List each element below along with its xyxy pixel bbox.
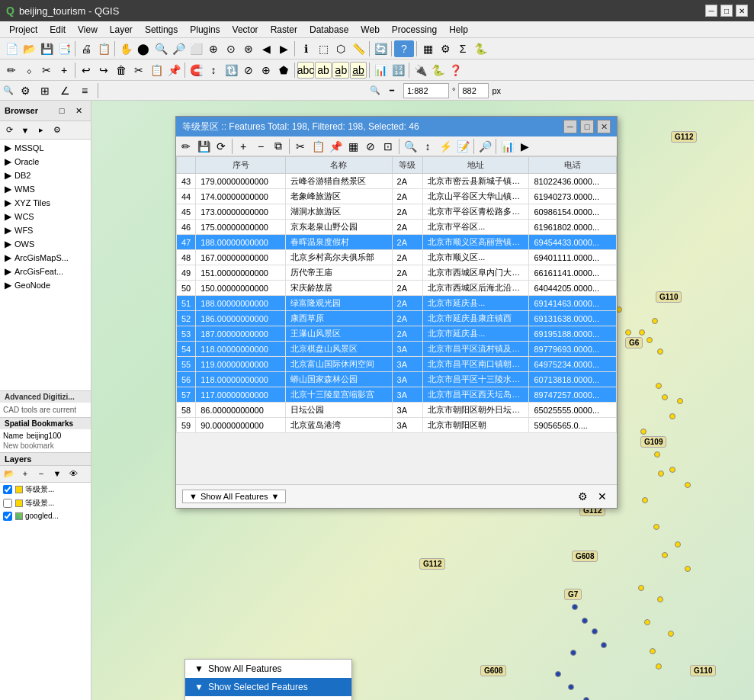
dialog-add-row-btn[interactable]: + [235, 138, 252, 155]
spatial-new-bookmark[interactable]: New bookmark [3, 442, 54, 450]
table-row[interactable]: 46 175.00000000000 京东老泉山野公园 2A 北京市平谷区...… [177, 220, 617, 235]
dropdown-item-all[interactable]: ▼ Show All Features [185, 660, 351, 678]
delete-btn[interactable]: 🗑 [113, 62, 130, 79]
browser-properties-btn[interactable]: ⚙ [50, 123, 65, 138]
filter-config-btn[interactable]: ⚙ [574, 488, 591, 505]
select-btn[interactable]: ⬚ [315, 40, 332, 57]
browser-item-xyz[interactable]: ▶ XYZ Tiles [2, 196, 89, 210]
field-calc-btn[interactable]: 🔢 [390, 62, 406, 79]
menu-raster[interactable]: Raster [265, 23, 303, 37]
refresh-btn[interactable]: 🔄 [372, 40, 389, 57]
maximize-btn[interactable]: □ [720, 5, 733, 17]
new-project-btn[interactable]: 📄 [3, 40, 20, 57]
zoom-in-btn[interactable]: 🔍 [152, 40, 169, 57]
layer-checkbox-2[interactable] [3, 512, 12, 521]
table-row[interactable]: 58 86.00000000000 日坛公园 3A 北京市朝阳区朝外日坛北路6号… [177, 403, 617, 418]
browser-filter-btn[interactable]: ▼ [18, 123, 33, 138]
dialog-dup-row-btn[interactable]: ⧉ [270, 138, 287, 155]
browser-item-wms[interactable]: ▶ WMS [2, 182, 89, 196]
ruler-btn[interactable]: ━ [383, 82, 400, 99]
open-project-btn[interactable]: 📂 [21, 40, 37, 57]
help2-btn[interactable]: ❓ [447, 62, 464, 79]
undo-btn[interactable]: ↩ [78, 62, 95, 79]
table-row[interactable]: 47 188.00000000000 春晖温泉度假村 2A 北京市顺义区高丽营镇… [177, 235, 617, 250]
menu-help[interactable]: Help [443, 23, 474, 37]
python-btn[interactable]: 🐍 [472, 40, 489, 57]
browser-undock-btn[interactable]: □ [54, 103, 69, 118]
reshape-btn[interactable]: ⬟ [275, 62, 292, 79]
dialog-invert-sel-btn[interactable]: ⊘ [362, 138, 379, 155]
plugins2-btn[interactable]: 🔌 [412, 62, 428, 79]
menu-vector[interactable]: Vector [226, 23, 265, 37]
browser-item-mssql[interactable]: ▶ MSSQL [2, 141, 89, 155]
menu-web[interactable]: Web [355, 23, 385, 37]
menu-processing[interactable]: Processing [386, 23, 443, 37]
table-row[interactable]: 54 118.00000000000 北京棋盘山风景区 3A 北京市昌平区流村镇… [177, 342, 617, 357]
browser-close-btn[interactable]: ✕ [71, 103, 86, 118]
dialog-deselect-btn[interactable]: ⊡ [380, 138, 396, 155]
menu-view[interactable]: View [72, 23, 104, 37]
cut-btn[interactable]: ✂ [130, 62, 147, 79]
label-btn[interactable]: abc [297, 62, 314, 79]
menu-settings[interactable]: Settings [139, 23, 184, 37]
browser-item-oracle[interactable]: ▶ Oracle [2, 155, 89, 169]
table-row[interactable]: 52 186.00000000000 康西草原 2A 北京市延庆县康庄镇西 69… [177, 311, 617, 326]
layers-add-btn[interactable]: + [18, 466, 33, 481]
zoom-layer-btn[interactable]: ⊛ [240, 40, 257, 57]
layer-order-btn[interactable]: ≡ [76, 82, 93, 99]
minimize-btn[interactable]: ─ [705, 5, 717, 17]
pan-btn[interactable]: ✋ [117, 40, 134, 57]
close-btn[interactable]: ✕ [736, 5, 748, 17]
dialog-open-form-btn[interactable]: 📝 [454, 138, 471, 155]
identify-btn[interactable]: ℹ [297, 40, 314, 57]
label2-btn[interactable]: ab [315, 62, 332, 79]
table-row[interactable]: 44 174.00000000000 老象峰旅游区 2A 北京山平谷区大华山镇小… [177, 189, 617, 204]
rotate-btn[interactable]: 🔃 [223, 62, 239, 79]
python2-btn[interactable]: 🐍 [429, 62, 446, 79]
angle-btn[interactable]: ∠ [56, 82, 73, 99]
dialog-copy-btn[interactable]: 📋 [310, 138, 326, 155]
pan-map-btn[interactable]: ⬤ [135, 40, 152, 57]
rotation-input[interactable] [403, 83, 449, 98]
redo-btn[interactable]: ↪ [95, 62, 112, 79]
dialog-minimize-btn[interactable]: ─ [563, 120, 577, 133]
dialog-reload-btn[interactable]: ⟳ [213, 138, 229, 155]
save-as-btn[interactable]: 📑 [56, 40, 72, 57]
measure-btn[interactable]: 📏 [350, 40, 367, 57]
browser-item-wfs[interactable]: ▶ WFS [2, 223, 89, 237]
print-btn[interactable]: 🖨 [78, 40, 95, 57]
browser-item-ows[interactable]: ▶ OWS [2, 237, 89, 251]
filter-dropdown[interactable]: ▼ Show All Features ▼ [182, 490, 286, 503]
dialog-maximize-btn[interactable]: □ [580, 120, 594, 133]
layers-visibility-btn[interactable]: 👁 [66, 466, 81, 481]
browser-collapse-btn[interactable]: ▸ [34, 123, 49, 138]
menu-database[interactable]: Database [303, 23, 355, 37]
layer-checkbox-0[interactable] [3, 485, 12, 494]
col-header-tel[interactable]: 电话 [529, 157, 617, 174]
table-row[interactable]: 51 188.00000000000 绿富隆观光园 2A 北京市延庆县... 6… [177, 296, 617, 311]
table-row[interactable]: 59 90.00000000000 北京蓝岛港湾 3A 北京市朝阳区朝 5905… [177, 418, 617, 433]
zoom-rubber-btn[interactable]: ⬜ [188, 40, 204, 57]
browser-item-db2[interactable]: ▶ DB2 [2, 169, 89, 182]
layer-item-1[interactable]: 等级景... [0, 496, 91, 510]
label4-btn[interactable]: ab [350, 62, 367, 79]
copy-btn[interactable]: 📋 [148, 62, 165, 79]
dropdown-item-visible[interactable]: ▼ Show Features Visible On Map [185, 696, 351, 700]
grid-btn[interactable]: ⊞ [37, 82, 53, 99]
digitize-btn[interactable]: ✏ [3, 62, 20, 79]
table-row[interactable]: 49 151.00000000000 历代帝王庙 2A 北京市西城区阜内门大街1… [177, 265, 617, 281]
dialog-toggle-edit-btn[interactable]: ✏ [178, 138, 194, 155]
merge-btn[interactable]: ⊕ [258, 62, 274, 79]
col-header-addr[interactable]: 地址 [423, 157, 529, 174]
table-row[interactable]: 48 167.00000000000 北京乡村高尔夫俱乐部 2A 北京市顺义区.… [177, 250, 617, 265]
table-row[interactable]: 57 117.00000000000 北京十三陵皇宫缩影宫 3A 北京市昌平区西… [177, 387, 617, 403]
snap-config-btn[interactable]: ⚙ [17, 82, 34, 99]
node-btn[interactable]: ⬦ [21, 62, 37, 79]
edit-btn[interactable]: ✂ [38, 62, 55, 79]
zoom-next-btn[interactable]: ▶ [275, 40, 292, 57]
table-row[interactable]: 43 179.00000000000 云峰谷游猎自然景区 2A 北京市密云县新城… [177, 174, 617, 189]
browser-item-arcgismap[interactable]: ▶ ArcGisMapS... [2, 251, 89, 265]
dialog-select-all-btn[interactable]: ▦ [345, 138, 361, 155]
settings-btn[interactable]: ⚙ [437, 40, 454, 57]
dialog-search-btn[interactable]: 🔎 [476, 138, 493, 155]
